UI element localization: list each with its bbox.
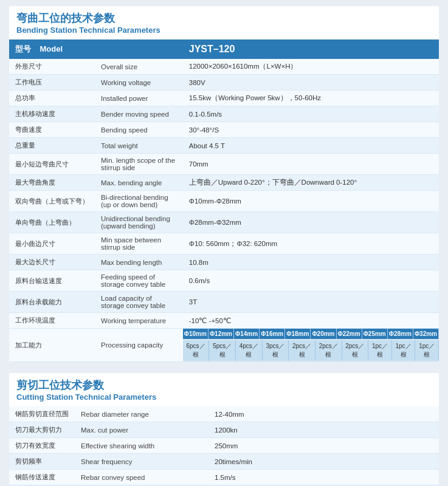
bending-row: 工作电压 Working voltage 380V <box>9 75 439 91</box>
en-label: Bending speed <box>95 122 183 138</box>
cn-label: 切刀最大剪切力 <box>9 422 75 438</box>
bending-row: 最小短边弯曲尺寸 Min. length scope of the stirru… <box>9 154 439 175</box>
capacity-en-label: Processing capacity <box>95 329 183 362</box>
en-label: Shear frequency <box>75 454 208 470</box>
bending-section: 弯曲工位的技术参数 Bending Station Technical Para… <box>9 6 439 362</box>
capacity-values-cell: 6pcs／根5pcs／根4pcs／根3pcs／根2pcs／根2pcs／根2pcs… <box>183 340 439 362</box>
bending-title-cn: 弯曲工位的技术参数 <box>16 11 432 26</box>
cn-label: 切刀有效宽度 <box>9 438 75 454</box>
en-label: Max bending length <box>95 255 183 270</box>
bending-row: 总功率 Installed power 15.5kw（Working Power… <box>9 91 439 106</box>
en-label: Feeding speed of storage convey table <box>95 270 183 292</box>
value-cell: 15.5kw（Working Power 5kw），50-60Hz <box>183 91 439 106</box>
value-cell: 20times/min <box>208 454 439 470</box>
cn-label: 原料台承载能力 <box>9 292 95 313</box>
capacity-cn-label: 加工能力 <box>9 329 95 362</box>
value-cell: 3T <box>183 292 439 313</box>
value-cell: 上弯曲／Upward 0-220°；下弯曲／Downward 0-120° <box>183 175 439 191</box>
value-cell: 30°-48°/S <box>183 122 439 138</box>
bending-row: 总重量 Total weight About 4.5 T <box>9 138 439 154</box>
bending-table: 型号 Model JYST–120 外形尺寸 Overall size 1200… <box>9 39 439 362</box>
cn-label: 最大边长尺寸 <box>9 255 95 270</box>
bending-title-en: Bending Station Technical Parameters <box>16 26 432 35</box>
cutting-section: 剪切工位技术参数 Cutting Station Technical Param… <box>9 373 439 486</box>
en-label: Total weight <box>95 138 183 154</box>
bending-row: 最大边长尺寸 Max bending length 10.8m <box>9 255 439 270</box>
value-cell: 380V <box>183 75 439 91</box>
en-label: Rebar diameter range <box>75 406 208 422</box>
cutting-title-cn: 剪切工位技术参数 <box>16 378 432 392</box>
en-label: Load capacity of storage convey table <box>95 292 183 313</box>
en-label: Min space between stirrup side <box>95 233 183 255</box>
cutting-row: 切刀有效宽度 Effective shearing width 250mm <box>9 438 439 454</box>
value-cell: -10℃ -+50℃ <box>183 313 439 329</box>
value-cell: 250mm <box>208 438 439 454</box>
en-label: Bi-directional bending (up or down bend) <box>95 191 183 212</box>
cn-label: 单向弯曲（上弯曲） <box>9 212 95 233</box>
value-cell: Φ10: 560mm；Φ32: 620mm <box>183 233 439 255</box>
cn-label: 双向弯曲（上弯或下弯） <box>9 191 95 212</box>
value-cell: 12000×2060×1610mm（L×W×H） <box>183 59 439 75</box>
capacity-row: 加工能力 Processing capacity Φ10mmΦ12mmΦ14mm… <box>9 329 439 340</box>
en-label: Unidirectional bending (upward bending) <box>95 212 183 233</box>
bending-header: 弯曲工位的技术参数 Bending Station Technical Para… <box>9 6 439 39</box>
capacity-headers-cell: Φ10mmΦ12mmΦ14mmΦ16mmΦ18mmΦ20mmΦ22mmΦ25mm… <box>183 329 439 340</box>
value-cell: 0.6m/s <box>183 270 439 292</box>
cn-label: 工作环境温度 <box>9 313 95 329</box>
bending-row: 主机移动速度 Bender moving speed 0.1-0.5m/s <box>9 106 439 122</box>
value-cell: 1.5m/s <box>208 470 439 485</box>
bending-row: 原料台输送速度 Feeding speed of storage convey … <box>9 270 439 292</box>
bending-value-header: JYST–120 <box>183 39 439 59</box>
cn-label: 最小曲边尺寸 <box>9 233 95 255</box>
cutting-row: 切刀最大剪切力 Max. cut power 1200kn <box>9 422 439 438</box>
bending-row: 最小曲边尺寸 Min space between stirrup side Φ1… <box>9 233 439 255</box>
bending-row: 工作环境温度 Working temperature -10℃ -+50℃ <box>9 313 439 329</box>
cn-label: 总重量 <box>9 138 95 154</box>
cn-label: 最小短边弯曲尺寸 <box>9 154 95 175</box>
bending-row: 弯曲速度 Bending speed 30°-48°/S <box>9 122 439 138</box>
value-cell: 12-40mm <box>208 406 439 422</box>
page-wrapper: 弯曲工位的技术参数 Bending Station Technical Para… <box>0 0 448 486</box>
bending-row: 最大弯曲角度 Max. bending angle 上弯曲／Upward 0-2… <box>9 175 439 191</box>
en-label: Working voltage <box>95 75 183 91</box>
cn-label: 弯曲速度 <box>9 122 95 138</box>
bending-row: 双向弯曲（上弯或下弯） Bi-directional bending (up o… <box>9 191 439 212</box>
en-label: Installed power <box>95 91 183 106</box>
value-cell: Φ28mm-Φ32mm <box>183 212 439 233</box>
en-label: Rebar convey speed <box>75 470 208 485</box>
cn-label: 外形尺寸 <box>9 59 95 75</box>
cn-label: 剪切频率 <box>9 454 75 470</box>
en-label: Min. length scope of the stirrup side <box>95 154 183 175</box>
bending-row: 外形尺寸 Overall size 12000×2060×1610mm（L×W×… <box>9 59 439 75</box>
cn-label: 最大弯曲角度 <box>9 175 95 191</box>
cutting-table: 钢筋剪切直径范围 Rebar diameter range 12-40mm 切刀… <box>9 406 439 486</box>
en-label: Max. cut power <box>75 422 208 438</box>
cutting-row: 剪切频率 Shear frequency 20times/min <box>9 454 439 470</box>
cutting-row: 钢筋剪切直径范围 Rebar diameter range 12-40mm <box>9 406 439 422</box>
cn-label: 工作电压 <box>9 75 95 91</box>
value-cell: 1200kn <box>208 422 439 438</box>
en-label: Max. bending angle <box>95 175 183 191</box>
cn-label: 钢筋剪切直径范围 <box>9 406 75 422</box>
cutting-row: 钢筋传送速度 Rebar convey speed 1.5m/s <box>9 470 439 485</box>
value-cell: Φ10mm-Φ28mm <box>183 191 439 212</box>
cn-label: 原料台输送速度 <box>9 270 95 292</box>
value-cell: 0.1-0.5m/s <box>183 106 439 122</box>
value-cell: 70mm <box>183 154 439 175</box>
value-cell: 10.8m <box>183 255 439 270</box>
cn-label: 总功率 <box>9 91 95 106</box>
bending-row: 单向弯曲（上弯曲） Unidirectional bending (upward… <box>9 212 439 233</box>
en-label: Effective shearing width <box>75 438 208 454</box>
cutting-title-en: Cutting Station Technical Parameters <box>16 392 432 402</box>
en-label: Bender moving speed <box>95 106 183 122</box>
bending-model-header: 型号 Model <box>9 39 183 59</box>
cn-label: 钢筋传送速度 <box>9 470 75 485</box>
en-label: Overall size <box>95 59 183 75</box>
cn-label: 主机移动速度 <box>9 106 95 122</box>
cutting-header: 剪切工位技术参数 Cutting Station Technical Param… <box>9 373 439 406</box>
en-label: Working temperature <box>95 313 183 329</box>
value-cell: About 4.5 T <box>183 138 439 154</box>
bending-row: 原料台承载能力 Load capacity of storage convey … <box>9 292 439 313</box>
